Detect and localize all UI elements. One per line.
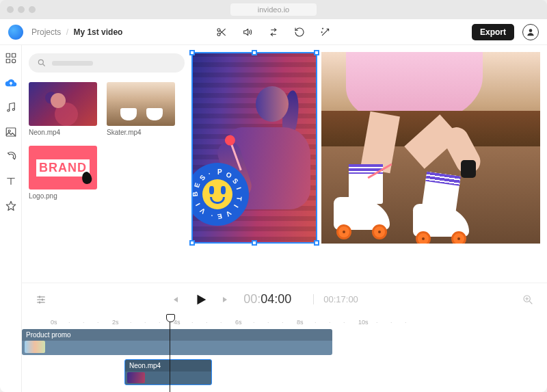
- cut-icon[interactable]: [216, 27, 227, 38]
- svg-rect-4: [12, 53, 15, 57]
- text-icon[interactable]: [5, 175, 17, 187]
- timeline-controls: 00:04:00 00:17:00: [22, 283, 547, 315]
- current-time: 00:04:00: [243, 292, 291, 306]
- topbar: Projects / My 1st video Export: [0, 19, 547, 45]
- brand-text: BRAND: [36, 159, 90, 177]
- browser-chrome: invideo.io: [0, 0, 547, 19]
- clip-thumbnail: [127, 372, 145, 383]
- media-item-skater[interactable]: Skater.mp4: [107, 82, 175, 136]
- svg-rect-5: [6, 60, 10, 63]
- media-panel: Neon.mp4 Skater.mp4 BRAND Logo.png: [22, 45, 191, 283]
- duration: 00:17:00: [313, 294, 358, 304]
- resize-handle[interactable]: [314, 50, 319, 55]
- prev-frame-icon[interactable]: [170, 294, 181, 305]
- undo-icon[interactable]: [294, 27, 305, 38]
- timeline-ruler[interactable]: 0s 2s 4s 6s 8s 10s: [22, 315, 547, 329]
- clip-thumbnail: [25, 341, 45, 353]
- url-bar[interactable]: invideo.io: [230, 3, 317, 16]
- next-frame-icon[interactable]: [220, 294, 231, 305]
- resize-handle[interactable]: [189, 240, 195, 246]
- music-icon[interactable]: [5, 101, 17, 114]
- timeline-tracks[interactable]: Product promo Neon.mp4: [22, 329, 547, 392]
- zoom-in-icon[interactable]: [522, 294, 533, 305]
- favorites-icon[interactable]: [5, 200, 17, 212]
- window-controls[interactable]: [7, 6, 36, 13]
- swap-icon[interactable]: [268, 27, 279, 38]
- resize-handle[interactable]: [252, 240, 257, 246]
- ruler-tick: 2s: [112, 319, 174, 326]
- app-logo-icon[interactable]: [8, 25, 23, 40]
- ruler-tick: 8s: [297, 319, 358, 326]
- svg-point-10: [8, 130, 10, 132]
- svg-point-2: [529, 29, 533, 32]
- media-item-neon[interactable]: Neon.mp4: [29, 82, 97, 136]
- breadcrumb-root[interactable]: Projects: [31, 27, 61, 37]
- preview-canvas-selected[interactable]: POSITIVE·VIBES·: [191, 52, 317, 244]
- svg-point-7: [7, 109, 9, 112]
- volume-icon[interactable]: [242, 27, 253, 38]
- preview-canvas-secondary[interactable]: [321, 52, 540, 244]
- shapes-icon[interactable]: [5, 151, 17, 163]
- magic-icon[interactable]: [320, 27, 331, 38]
- selection-frame[interactable]: [191, 52, 317, 244]
- thumbnail: [29, 82, 97, 126]
- preview-area: POSITIVE·VIBES·: [191, 45, 547, 283]
- search-input[interactable]: [29, 53, 185, 73]
- play-button[interactable]: [193, 292, 208, 307]
- ruler-tick: 6s: [235, 319, 297, 326]
- media-label: Neon.mp4: [29, 129, 97, 136]
- svg-point-8: [12, 109, 14, 111]
- drop-icon: [81, 171, 93, 185]
- project-name[interactable]: My 1st video: [73, 27, 122, 37]
- playhead[interactable]: [170, 315, 170, 392]
- templates-icon[interactable]: [5, 52, 17, 64]
- account-icon[interactable]: [522, 24, 539, 40]
- clip-label: Neon.mp4: [125, 360, 211, 371]
- breadcrumb[interactable]: Projects / My 1st video: [31, 27, 122, 37]
- ruler-tick: 0s: [51, 319, 112, 326]
- ruler-tick: 10s: [358, 319, 420, 326]
- media-item-logo[interactable]: BRAND Logo.png: [29, 146, 97, 200]
- top-tools: [216, 27, 331, 38]
- svg-rect-3: [6, 53, 10, 57]
- sidebar: [0, 45, 22, 392]
- svg-point-11: [38, 60, 43, 64]
- clip-label: Product promo: [22, 329, 332, 341]
- media-label: Logo.png: [29, 192, 97, 200]
- thumbnail: BRAND: [29, 146, 97, 190]
- uploads-icon[interactable]: [5, 77, 17, 89]
- resize-handle[interactable]: [252, 50, 257, 55]
- resize-handle[interactable]: [189, 50, 195, 55]
- export-button[interactable]: Export: [472, 24, 514, 40]
- svg-point-6: [12, 60, 15, 63]
- media-label: Skater.mp4: [107, 129, 175, 136]
- align-icon[interactable]: [36, 294, 46, 305]
- image-icon[interactable]: [5, 126, 17, 138]
- timeline-clip-neon[interactable]: Neon.mp4: [124, 359, 212, 385]
- search-placeholder: [52, 61, 93, 66]
- ruler-tick: 4s: [174, 319, 235, 326]
- timeline-clip-promo[interactable]: Product promo: [22, 329, 332, 355]
- thumbnail: [107, 82, 175, 126]
- resize-handle[interactable]: [314, 240, 319, 246]
